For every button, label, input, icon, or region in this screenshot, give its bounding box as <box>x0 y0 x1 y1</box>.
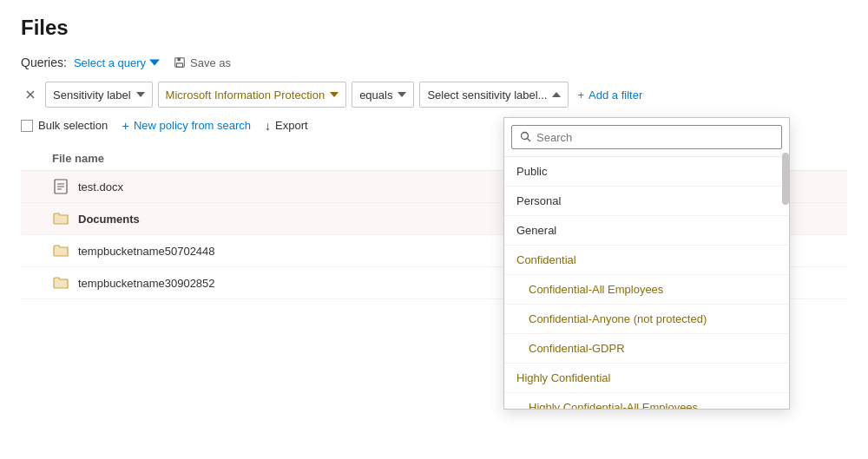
queries-bar: Queries: Select a query Save as <box>21 56 847 69</box>
dropdown-search-input[interactable] <box>511 125 782 149</box>
export-label: Export <box>275 119 308 132</box>
sensitivity-label-text: Sensitivity label <box>53 89 131 102</box>
bulk-selection-button[interactable]: Bulk selection <box>21 119 108 132</box>
remove-filter-button[interactable] <box>21 85 40 104</box>
dropdown-item[interactable]: Confidential-GDPR <box>504 334 789 364</box>
select-query-label: Select a query <box>74 56 146 69</box>
dropdown-item[interactable]: Confidential <box>504 246 789 275</box>
file-name: test.docx <box>78 180 123 193</box>
folder-icon <box>52 210 69 227</box>
bulk-selection-label: Bulk selection <box>38 119 108 132</box>
chevron-down-icon <box>149 57 160 68</box>
page-title: Files <box>21 16 847 40</box>
operator-label-text: equals <box>359 89 392 102</box>
dropdown-item[interactable]: Public <box>504 157 789 187</box>
checkbox-icon <box>21 120 33 132</box>
new-policy-button[interactable]: + New policy from search <box>122 118 251 133</box>
mip-filter-chip[interactable]: Microsoft Information Protection <box>158 82 347 108</box>
sensitivity-label-filter-chip[interactable]: Sensitivity label <box>45 82 153 108</box>
queries-label: Queries: <box>21 56 67 69</box>
export-button[interactable]: ↓ Export <box>265 119 308 133</box>
dropdown-item[interactable]: Confidential-Anyone (not protected) <box>504 305 789 334</box>
file-name: tempbucketname50702448 <box>78 245 215 258</box>
mip-label-text: Microsoft Information Protection <box>166 89 326 102</box>
close-icon <box>26 90 35 99</box>
svg-point-9 <box>522 133 529 140</box>
search-icon <box>520 131 531 145</box>
plus-icon: + <box>577 89 584 102</box>
add-filter-label: Add a filter <box>589 89 642 102</box>
svg-rect-2 <box>177 63 183 67</box>
scrollbar-thumb[interactable] <box>782 153 789 205</box>
sensitivity-value-filter-chip[interactable]: Select sensitivity label... <box>419 82 569 108</box>
dropdown-item[interactable]: Personal <box>504 187 789 216</box>
svg-line-10 <box>528 139 531 142</box>
file-name-column-header: File name <box>52 152 104 165</box>
add-filter-button[interactable]: + Add a filter <box>574 89 646 102</box>
dropdown-item[interactable]: Confidential-All Employees <box>504 275 789 305</box>
dropdown-item[interactable]: Highly Confidential-All Employees <box>504 393 789 409</box>
chevron-down-icon <box>330 90 339 99</box>
dropdown-item[interactable]: Highly Confidential <box>504 364 789 393</box>
folder-icon <box>52 242 69 259</box>
chevron-down-icon <box>136 90 145 99</box>
dropdown-item[interactable]: General <box>504 216 789 246</box>
dropdown-search-container <box>504 118 789 157</box>
download-icon: ↓ <box>265 119 271 133</box>
new-policy-label: New policy from search <box>134 119 251 132</box>
chevron-up-icon <box>552 90 561 99</box>
save-as-label: Save as <box>190 56 231 69</box>
sensitivity-label-dropdown: PublicPersonalGeneralConfidentialConfide… <box>503 117 790 410</box>
dropdown-list: PublicPersonalGeneralConfidentialConfide… <box>504 157 789 409</box>
file-icon <box>52 178 69 195</box>
file-name: tempbucketname30902852 <box>78 277 215 290</box>
filter-row: Sensitivity label Microsoft Information … <box>21 82 847 108</box>
svg-rect-1 <box>177 58 181 62</box>
chevron-down-icon <box>398 90 406 99</box>
operator-filter-chip[interactable]: equals <box>352 82 414 108</box>
select-query-dropdown[interactable]: Select a query <box>74 56 160 69</box>
folder-icon <box>52 274 69 292</box>
save-as-button[interactable]: Save as <box>174 56 231 69</box>
file-name: Documents <box>78 213 140 226</box>
plus-icon: + <box>122 118 129 133</box>
save-icon <box>174 56 186 69</box>
sensitivity-value-text: Select sensitivity label... <box>427 89 547 102</box>
